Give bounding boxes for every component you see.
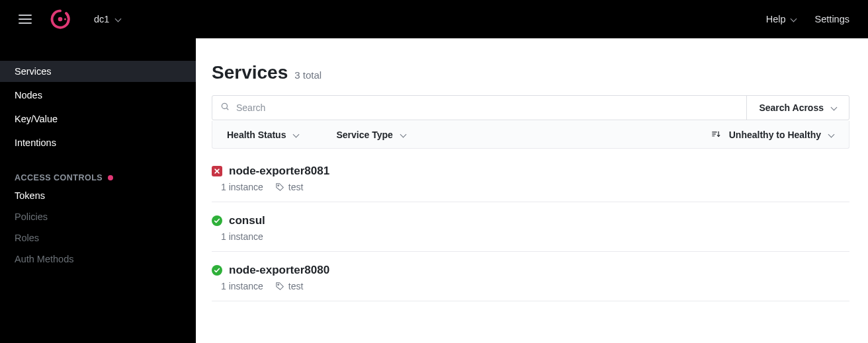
chevron-down-icon	[790, 16, 797, 22]
chevron-down-icon	[400, 132, 406, 138]
page-count: 3 total	[294, 69, 322, 81]
sidebar-item-label: Policies	[15, 211, 48, 222]
sort-icon	[711, 130, 721, 139]
svg-point-2	[67, 17, 68, 18]
topbar-right: Help Settings	[766, 14, 849, 24]
status-dot-icon	[108, 175, 113, 180]
svg-point-15	[278, 185, 279, 186]
service-tag-label: test	[288, 182, 304, 192]
service-name[interactable]: node-exporter8080	[229, 264, 329, 277]
sidebar-item-key-value[interactable]: Key/Value	[0, 108, 196, 130]
service-row[interactable]: consul1 instance	[212, 202, 849, 252]
consul-logo[interactable]	[50, 9, 70, 29]
access-controls-label: ACCESS CONTROLS	[15, 173, 103, 182]
svg-point-6	[66, 22, 67, 24]
sidebar-item-label: Key/Value	[15, 114, 58, 124]
tag-icon	[275, 182, 284, 192]
sidebar: ServicesNodesKey/ValueIntentions ACCESS …	[0, 38, 196, 343]
chevron-down-icon	[114, 16, 121, 22]
service-name[interactable]: node-exporter8081	[229, 165, 329, 178]
page-title: Services 3 total	[212, 62, 849, 83]
datacenter-picker[interactable]: dc1	[94, 14, 121, 24]
consul-logo-icon	[50, 9, 70, 29]
svg-point-7	[222, 103, 227, 108]
chevron-down-icon	[830, 104, 837, 111]
service-tag: test	[275, 281, 304, 291]
topbar: dc1 Help Settings	[0, 0, 868, 38]
sidebar-item-label: Services	[15, 66, 52, 77]
help-label: Help	[766, 14, 786, 24]
sidebar-item-label: Nodes	[15, 90, 42, 100]
instance-count: 1 instance	[221, 231, 263, 242]
sidebar-item-label: Intentions	[15, 137, 56, 148]
search-input[interactable]	[236, 102, 738, 113]
sidebar-item-services[interactable]: Services	[0, 61, 196, 82]
menu-toggle[interactable]	[19, 15, 32, 24]
sidebar-item-policies[interactable]: Policies	[0, 208, 196, 226]
status-passing-icon	[212, 265, 222, 276]
sidebar-item-label: Roles	[15, 233, 39, 243]
search-bar: Search Across	[212, 95, 849, 120]
sidebar-item-roles[interactable]: Roles	[0, 229, 196, 247]
filter-health-status-label: Health Status	[227, 130, 286, 140]
settings-link[interactable]: Settings	[815, 14, 849, 24]
access-controls-heading: ACCESS CONTROLS	[0, 173, 196, 186]
service-row[interactable]: node-exporter80801 instancetest	[212, 252, 849, 301]
search-icon	[220, 102, 230, 114]
svg-line-8	[226, 108, 228, 110]
instance-count: 1 instance	[221, 182, 263, 192]
filter-health-status[interactable]: Health Status	[227, 130, 299, 140]
service-row[interactable]: node-exporter80811 instancetest	[212, 153, 849, 202]
search-across-label: Search Across	[759, 102, 824, 113]
filter-bar: Health Status Service Type Unhealthy to …	[212, 121, 849, 149]
settings-label: Settings	[815, 14, 849, 24]
filter-service-type-label: Service Type	[336, 130, 392, 140]
instance-count: 1 instance	[221, 281, 263, 291]
service-list: node-exporter80811 instancetestconsul1 i…	[212, 153, 849, 301]
datacenter-name: dc1	[94, 14, 109, 24]
sort-dropdown[interactable]: Unhealthy to Healthy	[729, 130, 834, 140]
search-across-dropdown[interactable]: Search Across	[746, 96, 849, 120]
svg-point-0	[58, 17, 63, 22]
sidebar-item-tokens[interactable]: Tokens	[0, 186, 196, 205]
chevron-down-icon	[828, 132, 834, 138]
svg-point-1	[64, 19, 66, 20]
status-passing-icon	[212, 215, 222, 226]
sidebar-item-intentions[interactable]: Intentions	[0, 132, 196, 153]
status-critical-icon	[212, 166, 222, 176]
svg-point-4	[68, 19, 69, 20]
sidebar-item-nodes[interactable]: Nodes	[0, 85, 196, 106]
service-tag-label: test	[288, 281, 304, 291]
main-content: Services 3 total Search Across Health St…	[196, 38, 868, 343]
sidebar-item-label: Auth Methods	[15, 254, 73, 264]
service-tag: test	[275, 182, 304, 192]
sidebar-item-label: Tokens	[15, 190, 45, 201]
help-menu[interactable]: Help	[766, 14, 797, 24]
chevron-down-icon	[292, 132, 299, 138]
tag-icon	[275, 282, 284, 291]
svg-point-5	[66, 15, 67, 16]
service-name[interactable]: consul	[229, 214, 265, 227]
sort-label: Unhealthy to Healthy	[729, 130, 821, 140]
svg-point-16	[278, 284, 279, 286]
filter-service-type[interactable]: Service Type	[336, 130, 406, 140]
search-box[interactable]	[212, 96, 746, 120]
svg-point-3	[67, 20, 68, 22]
sidebar-item-auth-methods[interactable]: Auth Methods	[0, 250, 196, 268]
page-title-text: Services	[212, 62, 288, 83]
